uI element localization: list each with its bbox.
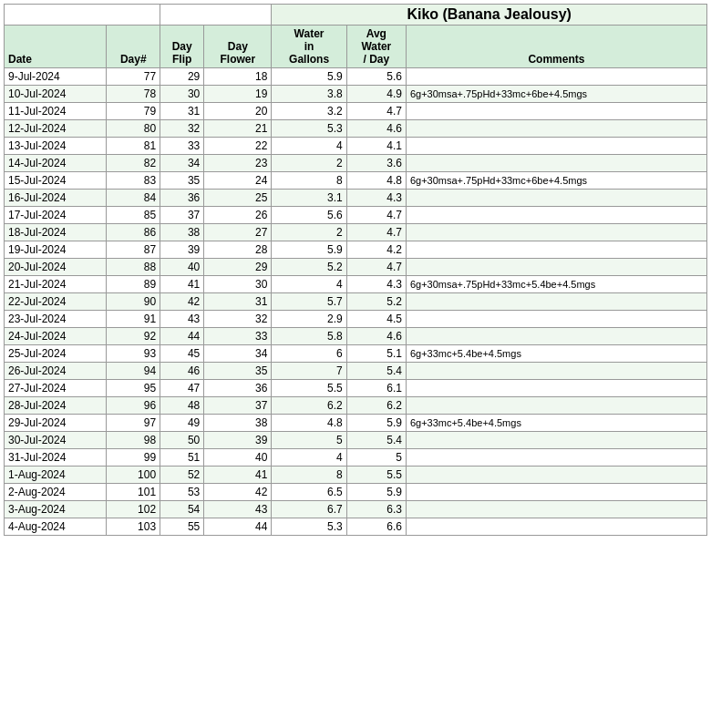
table-row: 2-Aug-202410153426.55.9 (5, 484, 707, 501)
header-date: Date (5, 26, 107, 68)
cell-water: 5.6 (272, 207, 346, 224)
cell-flower: 36 (204, 380, 272, 397)
cell-comment (406, 155, 706, 172)
cell-avg: 5.5 (346, 467, 406, 484)
cell-flower: 27 (204, 224, 272, 241)
table-row: 18-Jul-202486382724.7 (5, 224, 707, 241)
cell-flip: 33 (160, 138, 204, 155)
table-row: 3-Aug-202410254436.76.3 (5, 501, 707, 518)
cell-flip: 36 (160, 190, 204, 207)
cell-flower: 37 (204, 397, 272, 415)
cell-flower: 32 (204, 311, 272, 328)
cell-avg: 4.8 (346, 172, 406, 190)
cell-comment (406, 293, 706, 311)
cell-date: 31-Jul-2024 (5, 449, 107, 467)
cell-water: 3.2 (272, 103, 346, 120)
cell-comment (406, 259, 706, 276)
cell-date: 29-Jul-2024 (5, 415, 107, 432)
cell-flower: 23 (204, 155, 272, 172)
cell-water: 5.8 (272, 328, 346, 345)
cell-day: 82 (107, 155, 160, 172)
cell-water: 2.9 (272, 311, 346, 328)
cell-day: 85 (107, 207, 160, 224)
cell-flower: 34 (204, 345, 272, 363)
cell-flip: 50 (160, 432, 204, 449)
cell-date: 26-Jul-2024 (5, 363, 107, 380)
cell-avg: 5.1 (346, 345, 406, 363)
cell-comment (406, 449, 706, 467)
cell-water: 6.2 (272, 397, 346, 415)
cell-avg: 5.9 (346, 484, 406, 501)
cell-flower: 35 (204, 363, 272, 380)
cell-avg: 6.2 (346, 397, 406, 415)
table-row: 9-Jul-20247729185.95.6 (5, 68, 707, 86)
cell-water: 5 (272, 432, 346, 449)
table-row: 20-Jul-20248840295.24.7 (5, 259, 707, 276)
cell-day: 92 (107, 328, 160, 345)
cell-avg: 4.7 (346, 103, 406, 120)
cell-flower: 19 (204, 86, 272, 103)
table-row: 21-Jul-202489413044.36g+30msa+.75pHd+33m… (5, 276, 707, 293)
cell-flip: 53 (160, 484, 204, 501)
cell-avg: 6.6 (346, 518, 406, 536)
cell-comment (406, 311, 706, 328)
cell-day: 95 (107, 380, 160, 397)
cell-date: 11-Jul-2024 (5, 103, 107, 120)
cell-avg: 4.9 (346, 86, 406, 103)
cell-water: 5.2 (272, 259, 346, 276)
cell-day: 94 (107, 363, 160, 380)
cell-water: 3.8 (272, 86, 346, 103)
cell-comment (406, 224, 706, 241)
cell-flower: 33 (204, 328, 272, 345)
cell-date: 23-Jul-2024 (5, 311, 107, 328)
header-dayflip: DayFlip (160, 26, 204, 68)
cell-day: 86 (107, 224, 160, 241)
cell-water: 6.7 (272, 501, 346, 518)
cell-avg: 6.3 (346, 501, 406, 518)
table-row: 31-Jul-202499514045 (5, 449, 707, 467)
cell-day: 101 (107, 484, 160, 501)
cell-flip: 54 (160, 501, 204, 518)
cell-flower: 29 (204, 259, 272, 276)
cell-flower: 40 (204, 449, 272, 467)
cell-date: 18-Jul-2024 (5, 224, 107, 241)
cell-day: 89 (107, 276, 160, 293)
cell-water: 3.1 (272, 190, 346, 207)
cell-comment (406, 190, 706, 207)
cell-flower: 44 (204, 518, 272, 536)
table-row: 29-Jul-20249749384.85.96g+33mc+5.4be+4.5… (5, 415, 707, 432)
cell-avg: 5.6 (346, 68, 406, 86)
cell-avg: 5 (346, 449, 406, 467)
table-row: 10-Jul-20247830193.84.96g+30msa+.75pHd+3… (5, 86, 707, 103)
cell-comment: 6g+33mc+5.4be+4.5mgs (406, 415, 706, 432)
cell-water: 4.8 (272, 415, 346, 432)
cell-date: 30-Jul-2024 (5, 432, 107, 449)
cell-flower: 39 (204, 432, 272, 449)
cell-day: 98 (107, 432, 160, 449)
cell-day: 88 (107, 259, 160, 276)
table-row: 25-Jul-202493453465.16g+33mc+5.4be+4.5mg… (5, 345, 707, 363)
cell-avg: 6.1 (346, 380, 406, 397)
cell-flip: 46 (160, 363, 204, 380)
table-row: 22-Jul-20249042315.75.2 (5, 293, 707, 311)
cell-flip: 41 (160, 276, 204, 293)
cell-water: 6.5 (272, 484, 346, 501)
cell-comment: 6g+33mc+5.4be+4.5mgs (406, 345, 706, 363)
cell-day: 90 (107, 293, 160, 311)
cell-day: 91 (107, 311, 160, 328)
cell-flower: 25 (204, 190, 272, 207)
cell-flip: 40 (160, 259, 204, 276)
table-row: 17-Jul-20248537265.64.7 (5, 207, 707, 224)
table-row: 12-Jul-20248032215.34.6 (5, 120, 707, 138)
cell-date: 16-Jul-2024 (5, 190, 107, 207)
header-daynum: Day# (107, 26, 160, 68)
cell-day: 99 (107, 449, 160, 467)
cell-avg: 5.4 (346, 432, 406, 449)
cell-flower: 26 (204, 207, 272, 224)
cell-flower: 28 (204, 241, 272, 259)
cell-avg: 5.2 (346, 293, 406, 311)
cell-flower: 38 (204, 415, 272, 432)
cell-date: 9-Jul-2024 (5, 68, 107, 86)
cell-comment (406, 380, 706, 397)
cell-date: 28-Jul-2024 (5, 397, 107, 415)
